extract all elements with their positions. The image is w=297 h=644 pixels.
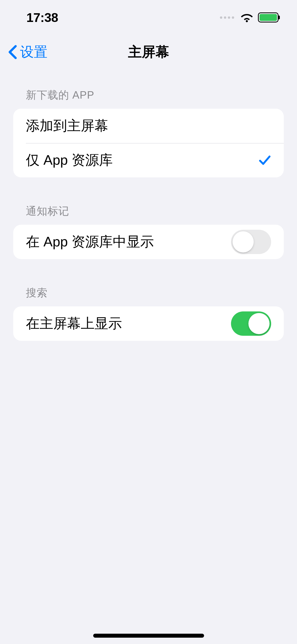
- row-show-on-home: 在主屏幕上显示: [13, 306, 284, 341]
- toggle-show-in-library[interactable]: [231, 230, 271, 254]
- row-label: 在 App 资源库中显示: [26, 233, 154, 251]
- navigation-bar: 设置 主屏幕: [0, 35, 297, 69]
- option-label: 添加到主屏幕: [26, 117, 108, 135]
- section-new-apps: 新下载的 APP 添加到主屏幕 仅 App 资源库: [13, 88, 284, 177]
- back-button[interactable]: 设置: [8, 43, 48, 61]
- signal-dots-icon: [220, 16, 234, 19]
- content: 新下载的 APP 添加到主屏幕 仅 App 资源库 通知标记 在 App 资源库…: [0, 88, 297, 341]
- group-badges: 在 App 资源库中显示: [13, 225, 284, 259]
- option-add-to-home[interactable]: 添加到主屏幕: [13, 109, 284, 143]
- page-title: 主屏幕: [128, 43, 169, 61]
- wifi-icon: [241, 13, 253, 22]
- section-header-new-apps: 新下载的 APP: [13, 88, 284, 109]
- option-label: 仅 App 资源库: [26, 151, 113, 169]
- checkmark-icon: [258, 154, 271, 167]
- home-indicator[interactable]: [93, 634, 204, 638]
- group-search: 在主屏幕上显示: [13, 306, 284, 341]
- group-new-apps: 添加到主屏幕 仅 App 资源库: [13, 109, 284, 177]
- back-label: 设置: [20, 43, 48, 61]
- section-search: 搜索 在主屏幕上显示: [13, 286, 284, 341]
- section-header-search: 搜索: [13, 286, 284, 306]
- battery-icon: [258, 12, 279, 22]
- row-show-in-library: 在 App 资源库中显示: [13, 225, 284, 259]
- status-indicators: [220, 12, 279, 22]
- status-time: 17:38: [26, 10, 58, 25]
- row-label: 在主屏幕上显示: [26, 314, 122, 333]
- section-header-badges: 通知标记: [13, 204, 284, 225]
- option-app-library-only[interactable]: 仅 App 资源库: [13, 143, 284, 177]
- chevron-left-icon: [8, 45, 17, 59]
- status-bar: 17:38: [0, 0, 297, 35]
- toggle-show-on-home[interactable]: [231, 311, 271, 336]
- section-notification-badges: 通知标记 在 App 资源库中显示: [13, 204, 284, 259]
